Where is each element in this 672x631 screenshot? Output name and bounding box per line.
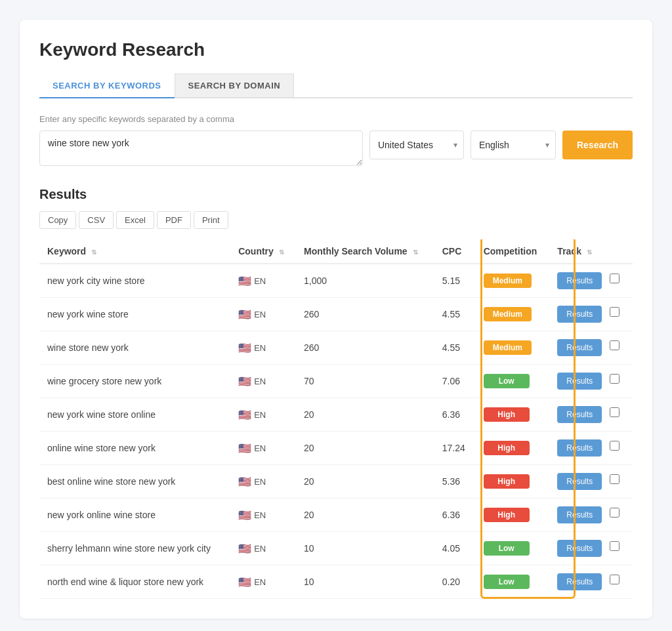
export-pdf-button[interactable]: PDF — [157, 211, 191, 229]
cell-keyword: wine store new york — [39, 331, 230, 365]
table-row: wine grocery store new york 🇺🇸 EN 70 7.0… — [39, 365, 633, 398]
cell-competition: Medium — [476, 331, 550, 365]
cell-track: Results — [549, 398, 633, 432]
cell-cpc: 4.55 — [434, 298, 476, 331]
cell-keyword: new york online wine store — [39, 499, 230, 532]
cell-volume: 20 — [296, 465, 434, 499]
cell-country: 🇺🇸 EN — [230, 398, 296, 432]
cell-country: 🇺🇸 EN — [230, 298, 296, 331]
cell-competition: Low — [476, 532, 550, 565]
lang-code: EN — [254, 343, 266, 353]
flag-icon: 🇺🇸 — [238, 542, 251, 555]
cell-cpc: 6.36 — [434, 499, 476, 532]
cell-country: 🇺🇸 EN — [230, 565, 296, 599]
track-checkbox[interactable] — [610, 541, 620, 551]
cell-volume: 260 — [296, 298, 434, 331]
keyword-input[interactable] — [39, 131, 363, 166]
table-row: new york wine store 🇺🇸 EN 260 4.55 Mediu… — [39, 298, 633, 331]
volume-sort-icon[interactable]: ⇅ — [413, 249, 418, 256]
cell-track: Results — [549, 465, 633, 499]
competition-badge: Medium — [484, 307, 532, 321]
cell-track: Results — [549, 565, 633, 599]
cell-keyword: north end wine & liquor store new york — [39, 565, 230, 599]
cell-keyword: wine grocery store new york — [39, 365, 230, 398]
country-select[interactable]: United States United Kingdom Canada Aust… — [369, 131, 464, 159]
tab-search-by-keywords[interactable]: SEARCH BY KEYWORDS — [39, 73, 175, 98]
tab-search-by-domain[interactable]: SEARCH BY DOMAIN — [175, 73, 295, 97]
results-button[interactable]: Results — [557, 540, 602, 557]
cell-volume: 10 — [296, 532, 434, 565]
flag-icon: 🇺🇸 — [238, 275, 251, 287]
flag-icon: 🇺🇸 — [238, 509, 251, 521]
flag-icon: 🇺🇸 — [238, 308, 251, 321]
cell-volume: 20 — [296, 499, 434, 532]
export-print-button[interactable]: Print — [194, 211, 228, 229]
track-checkbox[interactable] — [610, 407, 620, 417]
col-header-cpc: CPC — [434, 239, 476, 264]
col-header-competition: Competition — [476, 239, 550, 264]
results-table: Keyword ⇅ Country ⇅ Monthly Search Volum… — [39, 239, 633, 599]
results-button[interactable]: Results — [557, 506, 602, 523]
lang-code: EN — [254, 577, 266, 587]
results-button[interactable]: Results — [557, 473, 602, 490]
table-row: sherry lehmann wine store new york city … — [39, 532, 633, 565]
results-button[interactable]: Results — [557, 439, 602, 457]
results-button[interactable]: Results — [557, 339, 602, 356]
track-checkbox[interactable] — [610, 374, 620, 384]
cell-track: Results — [549, 532, 633, 565]
results-button[interactable]: Results — [557, 272, 602, 289]
cell-keyword: best online wine store new york — [39, 465, 230, 499]
competition-badge: Medium — [484, 340, 532, 355]
cell-competition: High — [476, 432, 550, 465]
track-checkbox[interactable] — [610, 441, 620, 451]
export-excel-button[interactable]: Excel — [116, 211, 154, 229]
track-checkbox[interactable] — [610, 508, 620, 518]
cell-country: 🇺🇸 EN — [230, 432, 296, 465]
lang-code: EN — [254, 410, 266, 420]
results-button[interactable]: Results — [557, 406, 602, 423]
competition-badge: Low — [484, 374, 530, 388]
cell-cpc: 6.36 — [434, 398, 476, 432]
table-row: new york wine store online 🇺🇸 EN 20 6.36… — [39, 398, 633, 432]
cell-cpc: 4.05 — [434, 532, 476, 565]
track-checkbox[interactable] — [610, 274, 620, 283]
cell-competition: High — [476, 465, 550, 499]
results-button[interactable]: Results — [557, 306, 602, 323]
competition-badge: High — [484, 441, 530, 455]
lang-code: EN — [254, 443, 266, 453]
track-sort-icon[interactable]: ⇅ — [587, 249, 592, 256]
export-copy-button[interactable]: Copy — [39, 211, 76, 229]
cell-keyword: sherry lehmann wine store new york city — [39, 532, 230, 565]
table-row: online wine store new york 🇺🇸 EN 20 17.2… — [39, 432, 633, 465]
export-csv-button[interactable]: CSV — [79, 211, 114, 229]
col-header-volume: Monthly Search Volume ⇅ — [296, 239, 434, 264]
track-checkbox[interactable] — [610, 474, 620, 484]
keyword-sort-icon[interactable]: ⇅ — [91, 249, 96, 256]
track-checkbox[interactable] — [610, 340, 620, 350]
language-select[interactable]: English Spanish French German — [471, 131, 556, 159]
competition-badge: High — [484, 508, 530, 522]
cell-keyword: new york wine store — [39, 298, 230, 331]
main-card: Keyword Research SEARCH BY KEYWORDS SEAR… — [20, 20, 652, 619]
table-row: new york online wine store 🇺🇸 EN 20 6.36… — [39, 499, 633, 532]
cell-country: 🇺🇸 EN — [230, 331, 296, 365]
track-checkbox[interactable] — [610, 307, 620, 317]
research-button[interactable]: Research — [562, 131, 633, 159]
competition-badge: High — [484, 474, 530, 489]
cell-volume: 20 — [296, 398, 434, 432]
lang-code: EN — [254, 310, 266, 319]
results-button[interactable]: Results — [557, 373, 602, 390]
col-header-country: Country ⇅ — [230, 239, 296, 264]
competition-badge: Low — [484, 541, 530, 556]
cell-track: Results — [549, 499, 633, 532]
flag-icon: 🇺🇸 — [238, 375, 251, 388]
cell-cpc: 4.55 — [434, 331, 476, 365]
search-row: United States United Kingdom Canada Aust… — [39, 131, 633, 166]
cell-competition: Low — [476, 365, 550, 398]
cell-track: Results — [549, 298, 633, 331]
track-checkbox[interactable] — [610, 575, 620, 584]
lang-code: EN — [254, 544, 266, 554]
results-button[interactable]: Results — [557, 573, 602, 590]
page-title: Keyword Research — [39, 39, 633, 60]
country-sort-icon[interactable]: ⇅ — [279, 249, 284, 256]
